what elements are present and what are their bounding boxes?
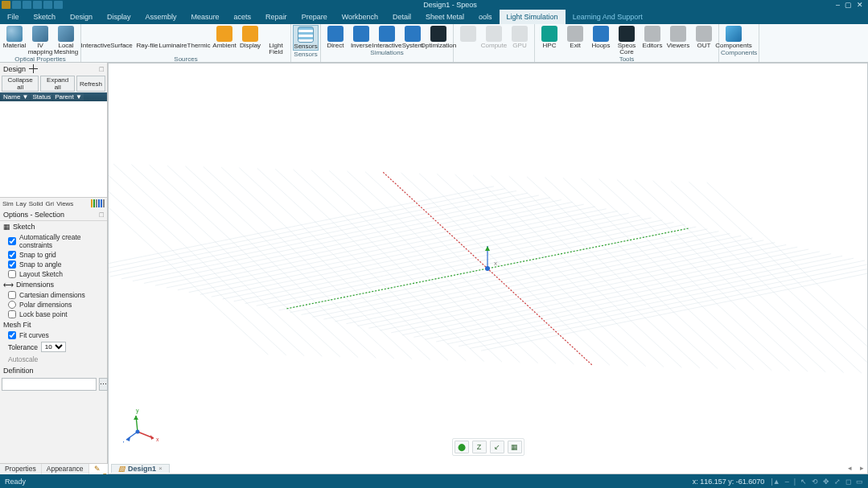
doc-close-icon[interactable]: × xyxy=(158,465,162,472)
tab-measure[interactable]: Measure xyxy=(184,10,227,24)
viewers-button[interactable]: Viewers xyxy=(665,25,691,55)
iv-mapping-button[interactable]: IV mapping xyxy=(27,25,53,55)
sketch-checkbox-3[interactable] xyxy=(8,270,16,278)
status-ortho-icon[interactable]: ▭ xyxy=(856,478,863,486)
definition-input[interactable] xyxy=(2,378,97,391)
tab-acets[interactable]: acets xyxy=(227,10,259,24)
luminaire-button[interactable]: Luminaire xyxy=(160,25,186,55)
dim-input-2[interactable] xyxy=(8,310,16,318)
lightfield-button[interactable]: Light Field xyxy=(263,25,289,55)
tab-properties[interactable]: Properties xyxy=(0,464,42,474)
interactive-sim-button[interactable]: Interactive xyxy=(374,25,400,49)
dim-input-0[interactable] xyxy=(8,291,16,299)
tab-learning-and-support[interactable]: Learning And Support xyxy=(566,10,650,24)
tree-column-header[interactable]: Name ▼ Status Parent ▼ xyxy=(0,92,107,101)
editors-button[interactable]: Editors xyxy=(640,25,665,55)
direct-button[interactable]: Direct xyxy=(323,25,348,49)
collapse-all-button[interactable]: Collapse all xyxy=(2,76,39,92)
doc-prev[interactable]: ◂ xyxy=(848,464,852,472)
document-tab[interactable]: ▧ Design1 × xyxy=(111,464,170,473)
sensors-button[interactable]: Sensors xyxy=(293,25,319,51)
midtab-views[interactable]: Views xyxy=(56,200,73,207)
interactive-button[interactable]: Interactive xyxy=(83,25,109,55)
tab-detail[interactable]: Detail xyxy=(385,10,418,24)
doc-next[interactable]: ▸ xyxy=(860,464,864,472)
vp-axis-button[interactable]: ↙ xyxy=(490,441,504,453)
optimization-button[interactable]: Optimization xyxy=(426,25,451,49)
qat-open-icon[interactable] xyxy=(12,1,21,9)
tab-light-simulation[interactable]: Light Simulation xyxy=(500,10,566,24)
col-status[interactable]: Status xyxy=(31,93,52,100)
dim-check-1[interactable]: Polar dimensions xyxy=(0,300,107,310)
inverse-button[interactable]: Inverse xyxy=(348,25,374,49)
status-rotate-icon[interactable]: ⟲ xyxy=(812,478,818,486)
design-tree[interactable] xyxy=(0,101,107,198)
status-zoom-icon[interactable]: ⤢ xyxy=(834,478,841,486)
status-up-icon[interactable]: ▲ xyxy=(773,478,780,486)
col-name[interactable]: Name ▼ xyxy=(2,93,30,100)
tab-file[interactable]: File xyxy=(0,10,27,24)
definition-browse-button[interactable]: ⋯ xyxy=(99,378,108,391)
tab-prepare[interactable]: Prepare xyxy=(294,10,335,24)
view-bar-icons[interactable] xyxy=(91,199,105,207)
refresh-button[interactable]: Refresh xyxy=(76,76,105,92)
dim-check-0[interactable]: Cartesian dimensions xyxy=(0,290,107,300)
display-button[interactable]: Display xyxy=(237,25,263,55)
tab-display[interactable]: Display xyxy=(100,10,138,24)
close-button[interactable]: ✕ xyxy=(857,1,863,9)
tab-ools[interactable]: ools xyxy=(471,10,500,24)
sketch-check-0[interactable]: Automatically create constraints xyxy=(0,232,107,250)
hoops-button[interactable]: Hoops xyxy=(588,25,614,55)
out-button[interactable]: OUT xyxy=(691,25,717,55)
fitcurves-check[interactable]: Fit curves xyxy=(0,330,107,340)
speos-core-button[interactable]: SpeosCore xyxy=(614,25,640,55)
tab-appearance[interactable]: Appearance xyxy=(42,464,89,474)
surface-button[interactable]: Surface xyxy=(109,25,134,55)
status-cursor-icon[interactable]: ↖ xyxy=(800,478,807,486)
tab-assembly[interactable]: Assembly xyxy=(138,10,184,24)
vp-z-button[interactable]: Z xyxy=(472,441,487,453)
qat-redo-icon[interactable] xyxy=(43,1,52,9)
qat-save-icon[interactable] xyxy=(23,1,31,9)
dim-check-2[interactable]: Lock base point xyxy=(0,310,107,319)
tab-sketch[interactable]: Sketch xyxy=(27,10,64,24)
sketch-checkbox-0[interactable] xyxy=(8,237,16,245)
vp-home-button[interactable]: ⬤ xyxy=(455,441,469,453)
options-pin-icon[interactable]: □ xyxy=(100,211,104,219)
midtab-sim[interactable]: Sim xyxy=(2,200,14,207)
target-icon[interactable] xyxy=(29,64,38,73)
sketch-checkbox-2[interactable] xyxy=(8,260,16,269)
midtab-solid[interactable]: Solid xyxy=(29,200,43,207)
hpc-button[interactable]: HPC xyxy=(537,25,562,55)
fitcurves-checkbox[interactable] xyxy=(8,331,16,339)
midtab-lay[interactable]: Lay xyxy=(16,200,27,207)
exit-button[interactable]: Exit xyxy=(562,25,588,55)
tab-workbench[interactable]: Workbench xyxy=(335,10,385,24)
panel-pin-icon[interactable]: □ xyxy=(100,65,104,73)
qat-undo-icon[interactable] xyxy=(33,1,42,9)
material-button[interactable]: Material xyxy=(2,25,27,55)
qat-menu-icon[interactable] xyxy=(54,1,63,9)
status-dash-icon[interactable]: – xyxy=(785,478,789,486)
sketch-check-3[interactable]: Layout Sketch xyxy=(0,269,107,279)
thermic-button[interactable]: Thermic xyxy=(186,25,212,55)
status-pan-icon[interactable]: ✥ xyxy=(823,478,829,486)
sketch-check-2[interactable]: Snap to angle xyxy=(0,260,107,269)
expand-all-button[interactable]: Expand all xyxy=(40,76,75,92)
vp-grid-button[interactable]: ▦ xyxy=(508,441,522,453)
midtab-gri[interactable]: Gri xyxy=(45,200,54,207)
col-parent[interactable]: Parent ▼ xyxy=(53,93,84,100)
viewport-3d[interactable]: x x y z ⬤ Z ↙ ▦ ▧ Design1 × ◂ ▸ xyxy=(108,63,868,474)
orientation-triad[interactable]: x y z xyxy=(123,404,162,443)
local-meshing-button[interactable]: LocalMeshing xyxy=(53,25,79,55)
ambient-button[interactable]: Ambient xyxy=(212,25,237,55)
sketch-check-1[interactable]: Snap to grid xyxy=(0,250,107,260)
rayfile-button[interactable]: Ray-file xyxy=(134,25,160,55)
tolerance-select[interactable]: 10 xyxy=(41,342,66,352)
sketch-checkbox-1[interactable] xyxy=(8,251,16,259)
status-box-icon[interactable]: ◻ xyxy=(845,478,851,486)
dim-input-1[interactable] xyxy=(8,301,16,309)
tab-sheet-metal[interactable]: Sheet Metal xyxy=(418,10,471,24)
tab-design[interactable]: Design xyxy=(63,10,100,24)
tab-repair[interactable]: Repair xyxy=(258,10,294,24)
